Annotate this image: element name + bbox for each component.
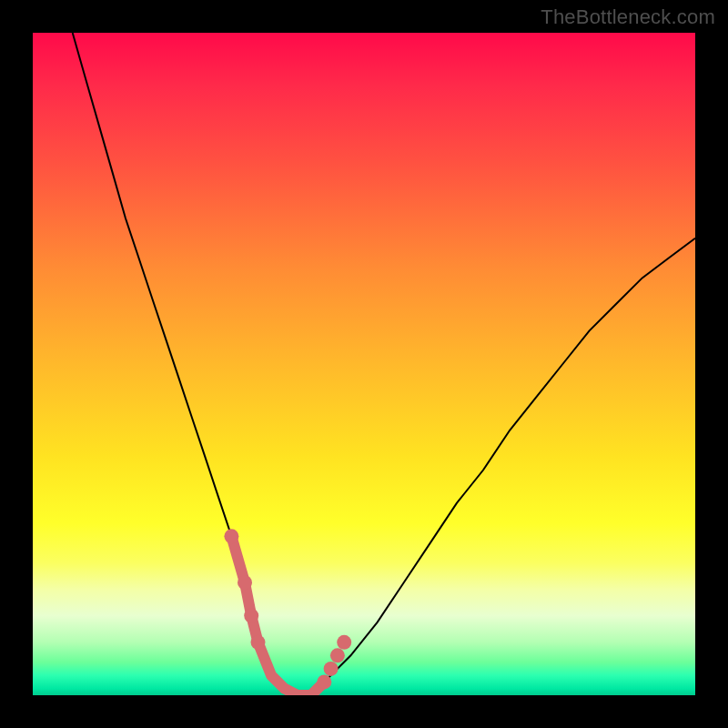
watermark-text: TheBottleneck.com	[541, 5, 715, 29]
highlight-dot	[324, 662, 339, 676]
highlight-dot	[330, 648, 345, 662]
highlight-dot	[317, 674, 331, 689]
highlight-dot	[251, 635, 266, 650]
curve-layer	[33, 33, 695, 695]
chart-frame: TheBottleneck.com	[0, 0, 728, 728]
highlight-dot	[244, 609, 258, 623]
highlight-dot	[224, 529, 238, 543]
highlight-dot	[238, 575, 252, 590]
highlight-dots	[224, 529, 351, 689]
highlight-dot	[337, 635, 351, 650]
plot-area	[33, 33, 695, 695]
bottleneck-curve	[73, 33, 695, 695]
